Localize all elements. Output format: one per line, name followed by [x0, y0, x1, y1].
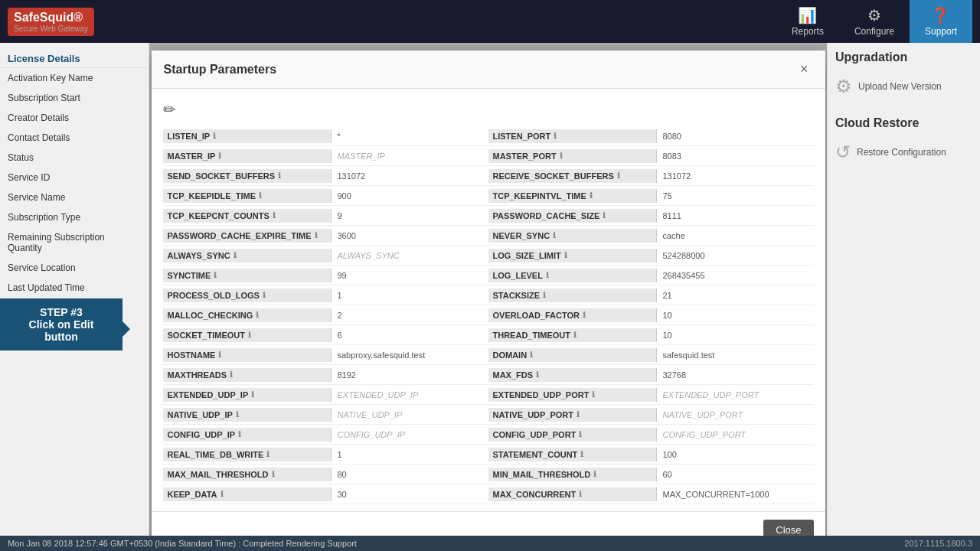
info-icon[interactable]: ℹ [579, 430, 582, 439]
param-value: MASTER_IP [332, 149, 488, 163]
info-icon[interactable]: ℹ [220, 490, 224, 498]
param-name: NEVER_SYNC ℹ [488, 229, 657, 243]
header-nav: 📊 Reports ⚙ Configure ❓ Support [776, 0, 972, 43]
info-icon[interactable]: ℹ [256, 311, 259, 319]
info-icon[interactable]: ℹ [553, 231, 556, 240]
param-row: SEND_SOCKET_BUFFERS ℹ 131072 [163, 166, 488, 186]
param-name: SOCKET_TIMEOUT ℹ [163, 328, 332, 342]
info-icon[interactable]: ℹ [251, 390, 254, 399]
param-name: PASSWORD_CACHE_SIZE ℹ [488, 209, 657, 223]
info-icon[interactable]: ℹ [580, 450, 583, 458]
modal-close-button[interactable]: × [795, 60, 813, 79]
info-icon[interactable]: ℹ [213, 132, 216, 140]
info-icon[interactable]: ℹ [263, 291, 266, 299]
upload-item[interactable]: ⚙ Upload New Version [835, 72, 972, 101]
step-tooltip: STEP #3 Click on Edit button [0, 298, 122, 350]
sidebar-item-subscription-type[interactable]: Subscription Type [0, 207, 149, 227]
param-value: 131072 [332, 169, 488, 183]
info-icon[interactable]: ℹ [573, 331, 577, 339]
param-row: NEVER_SYNC ℹ cache [488, 226, 814, 246]
param-value: 131072 [657, 169, 814, 183]
content-area: Startup Parameters × ✏ LISTEN_IP ℹ * MAS… [149, 43, 827, 536]
info-icon[interactable]: ℹ [546, 271, 549, 279]
param-name: NATIVE_UDP_PORT ℹ [488, 408, 657, 422]
param-value: 10 [657, 328, 814, 342]
info-icon[interactable]: ℹ [583, 311, 586, 319]
nav-support[interactable]: ❓ Support [910, 0, 972, 43]
info-icon[interactable]: ℹ [218, 350, 221, 359]
info-icon[interactable]: ℹ [554, 132, 557, 140]
info-icon[interactable]: ℹ [248, 331, 251, 339]
param-row: LOG_LEVEL ℹ 268435455 [488, 266, 814, 285]
info-icon[interactable]: ℹ [590, 191, 593, 200]
info-icon[interactable]: ℹ [593, 470, 596, 478]
nav-configure[interactable]: ⚙ Configure [839, 0, 910, 43]
modal-body: ✏ LISTEN_IP ℹ * MASTER_IP ℹ MASTER_IP SE… [152, 89, 825, 511]
param-name: NATIVE_UDP_IP ℹ [163, 408, 332, 422]
main-content: License Details Activation Key Name Subs… [0, 43, 980, 536]
info-icon[interactable]: ℹ [234, 251, 237, 259]
info-icon[interactable]: ℹ [530, 350, 533, 359]
param-value: 21 [657, 289, 814, 302]
sidebar-item-creator-details[interactable]: Creator Details [0, 108, 149, 128]
info-icon[interactable]: ℹ [259, 191, 262, 200]
info-icon[interactable]: ℹ [230, 370, 233, 379]
info-icon[interactable]: ℹ [266, 450, 270, 458]
param-value: CONFIG_UDP_IP [332, 428, 488, 442]
modal-overlay: Startup Parameters × ✏ LISTEN_IP ℹ * MAS… [149, 43, 827, 536]
edit-button[interactable]: ✏ [163, 100, 176, 119]
sidebar-item-remaining-qty[interactable]: Remaining Subscription Quantity [0, 227, 149, 258]
info-icon[interactable]: ℹ [214, 271, 217, 279]
param-name: STACKSIZE ℹ [488, 289, 657, 302]
param-row: KEEP_DATA ℹ 30 [163, 484, 488, 504]
param-row: LISTEN_PORT ℹ 8080 [488, 126, 814, 146]
param-row: MASTER_IP ℹ MASTER_IP [163, 146, 488, 166]
info-icon[interactable]: ℹ [617, 171, 620, 180]
param-value: NATIVE_UDP_IP [332, 408, 488, 422]
nav-configure-label: Configure [854, 26, 894, 37]
info-icon[interactable]: ℹ [536, 370, 539, 379]
sidebar-item-activation-key[interactable]: Activation Key Name [0, 68, 149, 88]
param-value: 6 [332, 328, 488, 342]
info-icon[interactable]: ℹ [272, 470, 275, 478]
restore-label: Restore Configuration [857, 147, 946, 158]
param-row: TCP_KEEPIDLE_TIME ℹ 900 [163, 186, 488, 206]
info-icon[interactable]: ℹ [560, 152, 563, 160]
sidebar-item-service-name[interactable]: Service Name [0, 187, 149, 207]
restore-item[interactable]: ↺ Restore Configuration [835, 138, 972, 167]
modal: Startup Parameters × ✏ LISTEN_IP ℹ * MAS… [152, 51, 825, 536]
info-icon[interactable]: ℹ [579, 490, 582, 498]
sidebar-item-last-updated[interactable]: Last Updated Time [0, 278, 149, 298]
sidebar-item-contact-details[interactable]: Contact Details [0, 128, 149, 148]
info-icon[interactable]: ℹ [543, 291, 546, 299]
param-row: MAX_CONCURRENT ℹ MAX_CONCURRENT=1000 [488, 484, 814, 504]
param-name: LOG_LEVEL ℹ [488, 269, 657, 282]
sidebar-item-status[interactable]: Status [0, 148, 149, 168]
info-icon[interactable]: ℹ [236, 410, 239, 419]
param-row: REAL_TIME_DB_WRITE ℹ 1 [163, 445, 488, 465]
param-name: LISTEN_IP ℹ [163, 129, 332, 143]
info-icon[interactable]: ℹ [315, 231, 318, 240]
info-icon[interactable]: ℹ [238, 430, 241, 439]
sidebar-item-subscription-start[interactable]: Subscription Start [0, 88, 149, 108]
param-name: LOG_SIZE_LIMIT ℹ [488, 249, 657, 262]
param-row: MAXTHREADS ℹ 8192 [163, 365, 488, 385]
param-row: MALLOC_CHECKING ℹ 2 [163, 305, 488, 325]
close-button[interactable]: Close [763, 520, 813, 536]
param-name: MAXTHREADS ℹ [163, 368, 332, 382]
info-icon[interactable]: ℹ [273, 211, 276, 220]
param-row: OVERLOAD_FACTOR ℹ 10 [488, 305, 814, 325]
nav-reports[interactable]: 📊 Reports [776, 0, 839, 43]
sidebar-item-service-id[interactable]: Service ID [0, 168, 149, 187]
param-row: PROCESS_OLD_LOGS ℹ 1 [163, 285, 488, 305]
param-value: 268435455 [657, 269, 814, 282]
info-icon[interactable]: ℹ [577, 410, 580, 419]
step-object: button [11, 331, 111, 343]
info-icon[interactable]: ℹ [592, 390, 595, 399]
info-icon[interactable]: ℹ [603, 211, 606, 220]
info-icon[interactable]: ℹ [218, 152, 221, 160]
sidebar-item-service-location[interactable]: Service Location [0, 258, 149, 278]
info-icon[interactable]: ℹ [278, 171, 281, 180]
info-icon[interactable]: ℹ [564, 251, 567, 259]
param-row: CONFIG_UDP_PORT ℹ CONFIG_UDP_PORT [488, 425, 814, 445]
